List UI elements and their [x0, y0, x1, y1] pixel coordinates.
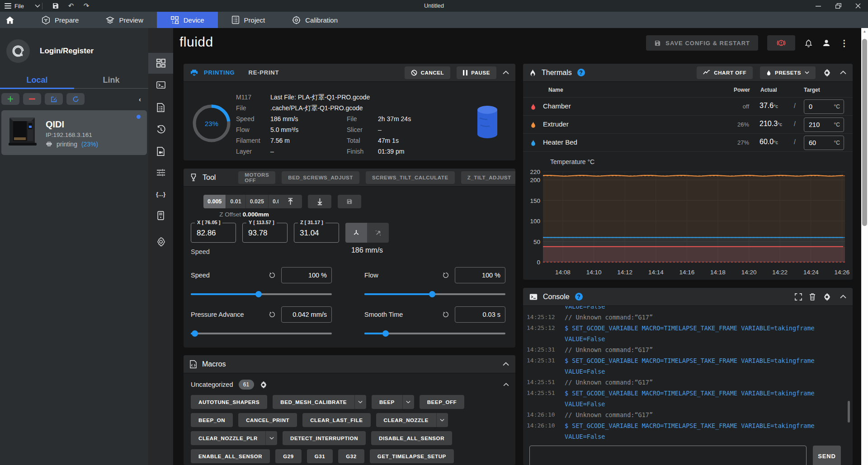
- configure-icon[interactable]: {...}: [148, 183, 173, 204]
- nav-tab-preview[interactable]: Preview: [92, 12, 156, 28]
- tab-reprint[interactable]: RE-PRINT: [249, 69, 279, 76]
- tool-button-z-tilt-adjust[interactable]: Z_TILT_ADJUST: [461, 171, 515, 184]
- macro-dropdown-toggle[interactable]: [354, 395, 366, 409]
- thermal-row-extruder[interactable]: Extruder26%210.3°c/210°C: [523, 116, 853, 134]
- z-offset-up-button[interactable]: [278, 195, 302, 208]
- tool-button-screws-tilt-calculate[interactable]: SCREWS_TILT_CALCULATE: [366, 171, 455, 184]
- collapse-panel-icon[interactable]: [840, 70, 846, 75]
- collapse-sidebar-button[interactable]: ‹: [139, 95, 146, 103]
- reset-icon[interactable]: [269, 272, 276, 279]
- help-icon[interactable]: ?: [577, 69, 585, 76]
- relative-move-icon[interactable]: [367, 223, 389, 243]
- chevron-down-icon[interactable]: [35, 4, 40, 8]
- slider-track[interactable]: [364, 333, 505, 334]
- collapse-panel-icon[interactable]: [840, 295, 846, 299]
- reset-icon[interactable]: [442, 272, 449, 279]
- jobs-icon[interactable]: [148, 97, 173, 118]
- user-account-icon[interactable]: [822, 38, 831, 47]
- macro-settings-gear-icon[interactable]: [259, 381, 267, 389]
- collapse-panel-icon[interactable]: [503, 70, 509, 75]
- macro-button-enable_all_sensor[interactable]: ENABLE_ALL_SENSOR: [191, 449, 270, 463]
- console-command-input[interactable]: [529, 446, 807, 465]
- save-config-restart-button[interactable]: SAVE CONFIG & RESTART: [646, 35, 758, 51]
- z-position-field[interactable]: Z [ 31.17 ] 31.04: [294, 223, 339, 243]
- presets-button[interactable]: PRESETS: [760, 66, 816, 79]
- emergency-stop-button[interactable]: [767, 35, 795, 51]
- target-temp-input[interactable]: 60°C: [804, 136, 844, 150]
- refresh-printers-button[interactable]: [66, 93, 85, 105]
- macro-button-g29[interactable]: G29: [275, 449, 302, 463]
- slider-value-field[interactable]: 100 %: [281, 267, 332, 283]
- printer-card-qidi[interactable]: QIDI IP:192.168.3.161 printing (23%): [1, 110, 147, 155]
- add-printer-button[interactable]: [1, 93, 19, 105]
- scrollbar-up-arrow[interactable]: ▲: [861, 29, 868, 33]
- login-register-link[interactable]: Login/Register: [40, 47, 94, 56]
- file-menu-button[interactable]: File: [0, 0, 28, 12]
- macro-button-beep_off[interactable]: BEEP_OFF: [420, 395, 465, 409]
- slider-track[interactable]: [191, 293, 332, 295]
- save-file-button[interactable]: [48, 0, 63, 12]
- macro-dropdown-toggle[interactable]: [265, 431, 277, 445]
- slider-track[interactable]: [364, 293, 505, 295]
- x-position-field[interactable]: X [ 76.05 ] 82.86: [191, 223, 236, 243]
- macro-dropdown-toggle[interactable]: [402, 395, 414, 409]
- fullscreen-icon[interactable]: [795, 293, 802, 301]
- slider-track[interactable]: [191, 333, 332, 334]
- undo-icon[interactable]: ↶: [63, 0, 79, 12]
- tune-icon[interactable]: [148, 162, 173, 183]
- thermal-row-chamber[interactable]: Chamberoff37.6°c/0°C: [523, 98, 853, 116]
- send-command-button[interactable]: SEND: [813, 446, 841, 465]
- help-icon[interactable]: ?: [575, 293, 583, 301]
- avatar[interactable]: [6, 39, 30, 63]
- macro-button-cancel_print[interactable]: CANCEL_PRINT: [238, 413, 297, 427]
- console-settings-gear-icon[interactable]: [823, 293, 831, 301]
- z-step-0.025[interactable]: 0.025: [246, 195, 269, 208]
- macro-button-g32[interactable]: G32: [338, 449, 364, 463]
- target-temp-input[interactable]: 0°C: [804, 99, 844, 114]
- reset-icon[interactable]: [269, 311, 276, 318]
- z-offset-save-button[interactable]: [338, 195, 361, 208]
- console-nav-icon[interactable]: [148, 75, 173, 95]
- remove-printer-button[interactable]: [23, 93, 41, 105]
- thermals-settings-gear-icon[interactable]: [823, 69, 831, 77]
- minimize-button[interactable]: [808, 0, 828, 12]
- slider-value-field[interactable]: 100 %: [455, 267, 505, 283]
- pause-print-button[interactable]: PAUSE: [457, 66, 496, 79]
- z-step-0.005[interactable]: 0.005: [203, 195, 226, 208]
- macro-button-beep_on[interactable]: BEEP_ON: [191, 413, 233, 427]
- cancel-print-button[interactable]: CANCEL: [405, 66, 451, 79]
- system-icon[interactable]: [148, 205, 173, 226]
- macro-button-autotune_shapers[interactable]: AUTOTUNE_SHAPERS: [191, 395, 267, 409]
- target-temp-input[interactable]: 210°C: [804, 117, 844, 132]
- macro-button-detect_interruption[interactable]: DETECT_INTERRUPTION: [283, 431, 366, 445]
- macro-button-beep[interactable]: BEEP: [372, 395, 414, 409]
- z-step-0.01[interactable]: 0.01: [226, 195, 245, 208]
- tab-printing[interactable]: PRINTING: [204, 69, 235, 76]
- nav-tab-device[interactable]: Device: [157, 12, 218, 28]
- tool-button-bed-screws-adjust[interactable]: BED_SCREWS_ADJUST: [282, 171, 359, 184]
- reset-icon[interactable]: [442, 311, 449, 318]
- clear-console-trash-icon[interactable]: [809, 293, 816, 301]
- macro-button-clear_last_file[interactable]: CLEAR_LAST_FILE: [302, 413, 370, 427]
- console-scrollbar[interactable]: [848, 401, 850, 423]
- chart-toggle-button[interactable]: CHART OFF: [697, 66, 753, 79]
- slider-value-field[interactable]: 0.042 mm/s: [281, 306, 332, 323]
- thermal-row-heater-bed[interactable]: Heater Bed27%60.0°c/60°C: [523, 134, 853, 152]
- y-position-field[interactable]: Y [ 113.57 ] 93.78: [242, 223, 288, 243]
- macro-button-bed_mesh_calibrate[interactable]: BED_MESH_CALIBRATE: [273, 395, 366, 409]
- slider-thumb[interactable]: [382, 330, 389, 337]
- macro-button-disable_all_sensor[interactable]: DISABLE_ALL_SENSOR: [371, 431, 452, 445]
- collapse-category-icon[interactable]: [503, 383, 509, 386]
- console-log[interactable]: VALUE=False14:25:12// Unknown command:“G…: [523, 306, 840, 446]
- macro-dropdown-toggle[interactable]: [436, 413, 448, 427]
- tab-link[interactable]: Link: [74, 72, 148, 88]
- slider-value-field[interactable]: 0.03 s: [455, 306, 505, 323]
- collapse-panel-icon[interactable]: [503, 362, 509, 366]
- settings-icon[interactable]: [148, 231, 173, 252]
- z-offset-down-button[interactable]: [308, 195, 331, 208]
- redo-icon[interactable]: ↷: [79, 0, 94, 12]
- history-icon[interactable]: [148, 119, 173, 140]
- edit-printer-button[interactable]: [45, 93, 63, 105]
- slider-thumb[interactable]: [429, 291, 435, 297]
- slider-thumb[interactable]: [255, 291, 262, 297]
